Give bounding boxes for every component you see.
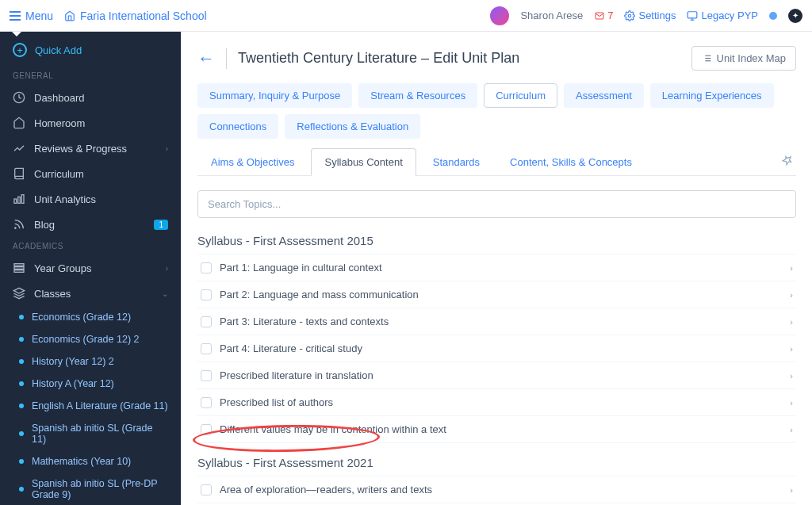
- search-topics-input[interactable]: [197, 190, 796, 218]
- index-btn-label: Unit Index Map: [717, 52, 786, 64]
- dot-icon: [19, 487, 24, 492]
- group-title-2021: Syllabus - First Assessment 2021: [197, 451, 796, 476]
- school-link[interactable]: Faria International School: [64, 10, 207, 22]
- legacy-link[interactable]: Legacy PYP: [687, 10, 758, 21]
- topic-row[interactable]: Different values may be in contention wi…: [197, 416, 796, 443]
- section-general: GENERAL: [0, 67, 181, 85]
- nav-homeroom[interactable]: Homeroom: [0, 110, 181, 136]
- divider: [226, 48, 227, 69]
- menu-label: Menu: [25, 10, 53, 22]
- checkbox[interactable]: [201, 370, 212, 381]
- nav-curriculum[interactable]: Curriculum: [0, 161, 181, 186]
- topic-label: Different values may be in contention wi…: [220, 423, 446, 435]
- topic-row[interactable]: Area of exploration—readers, writers and…: [197, 476, 796, 503]
- nav-blog[interactable]: Blog1: [0, 212, 181, 237]
- bars-icon: [13, 193, 25, 205]
- checkbox[interactable]: [201, 262, 212, 274]
- dot-icon: [19, 459, 24, 464]
- nav-year-groups[interactable]: Year Groups›: [0, 255, 181, 281]
- nav-unit-analytics[interactable]: Unit Analytics: [0, 186, 181, 212]
- messages-link[interactable]: 7: [594, 10, 613, 21]
- msg-count: 7: [607, 10, 613, 21]
- chevron-right-icon: ›: [790, 317, 793, 327]
- org-badge-icon[interactable]: ✦: [788, 9, 802, 23]
- dot-icon: [19, 381, 24, 386]
- tab-connections[interactable]: Connections: [197, 114, 278, 139]
- svg-rect-2: [688, 11, 698, 17]
- subtab-aims-objectives[interactable]: Aims & Objectives: [197, 148, 308, 175]
- tab-curriculum[interactable]: Curriculum: [484, 83, 557, 108]
- topic-row[interactable]: Part 1: Language in cultural context›: [197, 254, 796, 281]
- topic-label: Part 2: Language and mass communication: [220, 289, 419, 300]
- chevron-right-icon: ›: [790, 485, 793, 495]
- class-item[interactable]: Spanish ab initio SL (Grade 11): [0, 417, 181, 450]
- hamburger-icon: [10, 11, 21, 21]
- tab-stream-resources[interactable]: Stream & Resources: [358, 83, 477, 108]
- pin-icon[interactable]: [779, 148, 796, 175]
- checkbox[interactable]: [201, 397, 212, 408]
- topic-label: Prescribed literature in translation: [220, 369, 373, 381]
- tab-summary-inquiry-purpose[interactable]: Summary, Inquiry & Purpose: [197, 83, 352, 108]
- tab-learning-experiences[interactable]: Learning Experiences: [650, 83, 774, 108]
- svg-rect-10: [14, 264, 24, 266]
- checkbox[interactable]: [201, 289, 212, 300]
- class-item[interactable]: Mathematics (Year 10): [0, 450, 181, 472]
- back-arrow[interactable]: ←: [197, 48, 215, 69]
- nav-dashboard[interactable]: Dashboard: [0, 85, 181, 110]
- settings-label: Settings: [638, 10, 676, 21]
- topic-label: Area of exploration—readers, writers and…: [220, 484, 432, 495]
- gear-icon: [624, 10, 635, 21]
- class-item[interactable]: History A (Year 12): [0, 373, 181, 395]
- plus-circle-icon: +: [13, 43, 27, 57]
- class-label: Spanish ab initio SL (Grade 11): [32, 423, 168, 445]
- svg-rect-7: [18, 197, 21, 203]
- home-icon: [13, 117, 25, 129]
- unit-index-button[interactable]: Unit Index Map: [691, 46, 796, 71]
- dot-icon: [19, 404, 24, 408]
- layers-icon: [13, 287, 25, 300]
- class-item[interactable]: Economics (Grade 12) 2: [0, 328, 181, 350]
- nav-classes[interactable]: Classes⌄: [0, 281, 181, 306]
- chevron-right-icon: ›: [790, 263, 793, 273]
- class-label: Economics (Grade 12) 2: [32, 334, 139, 345]
- topic-row[interactable]: Prescribed list of authors›: [197, 389, 796, 416]
- topic-row[interactable]: Part 3: Literature - texts and contexts›: [197, 308, 796, 335]
- book-icon: [13, 167, 25, 180]
- monitor-icon: [687, 10, 698, 21]
- topic-row[interactable]: Part 4: Literature - critical study›: [197, 335, 796, 362]
- settings-link[interactable]: Settings: [624, 10, 676, 21]
- svg-point-1: [629, 14, 632, 17]
- nav-label: Classes: [34, 288, 71, 300]
- svg-rect-12: [14, 270, 24, 273]
- class-item[interactable]: English A Literature (Grade 11): [0, 395, 181, 417]
- chevron-down-icon: ⌄: [162, 289, 168, 298]
- topic-label: Prescribed list of authors: [220, 396, 333, 408]
- checkbox[interactable]: [201, 484, 212, 495]
- nav-label: Unit Analytics: [34, 193, 96, 205]
- menu-button[interactable]: Menu: [10, 10, 53, 22]
- subtab-syllabus-content[interactable]: Syllabus Content: [311, 148, 416, 175]
- class-item[interactable]: Spanish ab initio SL (Pre-DP Grade 9): [0, 472, 181, 505]
- tab-reflections-evaluation[interactable]: Reflections & Evaluation: [285, 114, 420, 139]
- nav-reviews-progress[interactable]: Reviews & Progress›: [0, 136, 181, 161]
- subtab-content-skills-concepts[interactable]: Content, Skills & Concepts: [496, 148, 645, 175]
- checkbox[interactable]: [201, 424, 212, 435]
- class-item[interactable]: History (Year 12) 2: [0, 350, 181, 373]
- home-icon: [64, 10, 75, 21]
- quick-add-button[interactable]: + Quick Add: [0, 32, 181, 67]
- tab-assessment[interactable]: Assessment: [564, 83, 644, 108]
- school-name: Faria International School: [80, 10, 207, 22]
- nav-label: Year Groups: [34, 262, 92, 274]
- class-label: Spanish ab initio SL (Pre-DP Grade 9): [32, 478, 168, 500]
- topic-row[interactable]: Part 2: Language and mass communication›: [197, 281, 796, 308]
- checkbox[interactable]: [201, 316, 212, 327]
- topic-label: Part 3: Literature - texts and contexts: [220, 316, 389, 327]
- subtab-standards[interactable]: Standards: [419, 148, 493, 175]
- checkbox[interactable]: [201, 343, 212, 354]
- nav-label: Blog: [34, 219, 55, 231]
- avatar[interactable]: [490, 6, 509, 25]
- page-title: Twentieth Century Literature – Edit Unit…: [238, 50, 519, 67]
- status-dot[interactable]: [769, 12, 777, 20]
- topic-row[interactable]: Prescribed literature in translation›: [197, 362, 796, 389]
- class-item[interactable]: Economics (Grade 12): [0, 306, 181, 328]
